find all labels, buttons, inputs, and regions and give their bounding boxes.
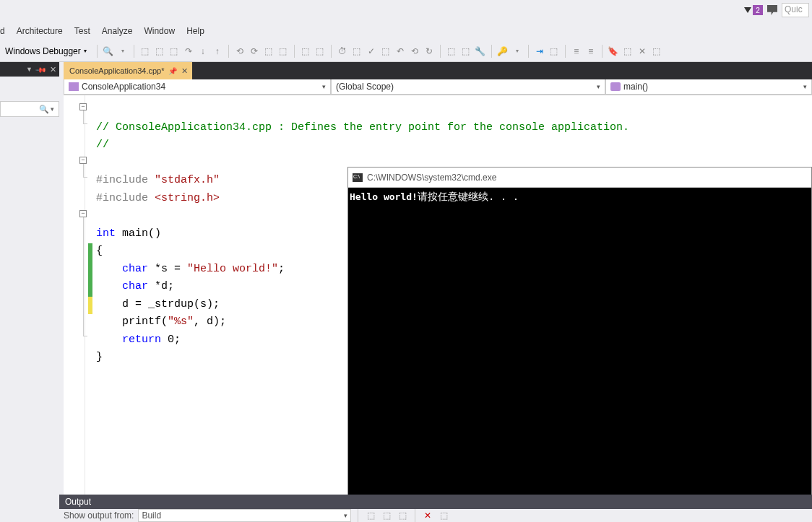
- main-menubar: d Architecture Test Analyze Window Help: [0, 23, 204, 39]
- wrench-icon[interactable]: 🔧: [475, 45, 486, 57]
- code-token: int: [96, 227, 116, 240]
- toolbar-icon[interactable]: ⬚: [168, 45, 180, 57]
- toolbar-icon[interactable]: ⟲: [234, 45, 246, 57]
- console-titlebar[interactable]: C:\WINDOWS\system32\cmd.exe: [348, 168, 811, 188]
- code-token: char: [122, 263, 148, 275]
- fold-toggle-icon[interactable]: −: [79, 103, 87, 110]
- chevron-down-icon: ▾: [344, 512, 347, 519]
- toolbar-icon[interactable]: ⬚: [460, 45, 472, 57]
- toolbar-separator: [440, 45, 441, 58]
- panel-menu-caret-icon[interactable]: ▼: [26, 66, 33, 73]
- console-title-text: C:\WINDOWS\system32\cmd.exe: [367, 173, 496, 183]
- toolbar-separator: [565, 45, 566, 58]
- code-token: #include: [96, 174, 155, 186]
- code-token: {: [96, 245, 103, 257]
- output-panel-toolbar: Show output from: Build ▾ ⬚ ⬚ ⬚ ✕ ⬚: [59, 509, 812, 522]
- clear-output-icon[interactable]: ✕: [422, 510, 433, 521]
- debug-target-dropdown[interactable]: Windows Debugger ▾: [0, 44, 92, 58]
- console-body[interactable]: Hello world!请按任意键继续. . .: [348, 188, 811, 206]
- menu-help[interactable]: Help: [186, 26, 204, 36]
- close-icon[interactable]: ✕: [181, 66, 188, 76]
- outdent-icon[interactable]: ≡: [585, 45, 597, 57]
- code-token: "%s": [168, 316, 194, 328]
- menu-architecture[interactable]: Architecture: [17, 26, 63, 36]
- toolbar-dropdown-caret-icon[interactable]: ▾: [117, 45, 129, 57]
- code-token: return: [122, 334, 161, 346]
- refresh-icon[interactable]: ↻: [423, 45, 435, 57]
- method-icon: [610, 82, 621, 91]
- project-dropdown[interactable]: ConsoleApplication34 ▾: [64, 79, 331, 95]
- side-search-box[interactable]: 🔍 ▾: [0, 101, 59, 117]
- quick-launch-input[interactable]: Quic: [782, 3, 809, 17]
- toolbar-icon[interactable]: ⬚: [314, 45, 326, 57]
- member-label: main(): [623, 82, 648, 92]
- editor-gutter: [64, 95, 85, 495]
- notifications-filter[interactable]: 2: [744, 5, 763, 15]
- toolbar-icon[interactable]: ⬚: [154, 45, 165, 57]
- toolbar-icon[interactable]: ⬚: [380, 45, 392, 57]
- toolbar-icon[interactable]: ⬚: [548, 45, 560, 57]
- toolbar-separator: [134, 45, 134, 58]
- code-token: #include: [96, 192, 155, 204]
- cmd-icon: [353, 173, 363, 182]
- menu-test[interactable]: Test: [74, 26, 90, 36]
- toolbar-icon[interactable]: ⬚: [446, 45, 457, 57]
- menu-window[interactable]: Window: [144, 26, 175, 36]
- step-over-icon[interactable]: ↷: [183, 45, 194, 57]
- toolbar-icon[interactable]: ⟳: [249, 45, 260, 57]
- toolbar-icon[interactable]: ✕: [636, 45, 648, 57]
- fold-toggle-icon[interactable]: −: [79, 157, 87, 164]
- code-token: 0;: [161, 334, 181, 346]
- toolbar-icon[interactable]: ⬚: [300, 45, 311, 57]
- menu-truncated[interactable]: d: [0, 26, 5, 36]
- file-tab-active[interactable]: ConsoleApplication34.cpp* 📌 ✕: [64, 62, 192, 79]
- bookmark-icon[interactable]: 🔖: [608, 45, 619, 57]
- code-token: ;: [278, 263, 285, 275]
- code-token: "stdafx.h": [155, 174, 220, 186]
- close-icon[interactable]: ✕: [50, 65, 56, 74]
- step-into-icon[interactable]: ↓: [197, 45, 209, 57]
- feedback-icon[interactable]: [767, 5, 777, 15]
- scope-dropdown[interactable]: (Global Scope) ▾: [331, 79, 605, 95]
- toolbar-icon[interactable]: ⇥: [534, 45, 545, 57]
- console-window[interactable]: C:\WINDOWS\system32\cmd.exe Hello world!…: [347, 167, 812, 499]
- member-dropdown[interactable]: main() ▾: [605, 79, 812, 95]
- search-dropdown-caret-icon: ▾: [51, 105, 54, 113]
- chevron-down-icon: ▾: [597, 83, 600, 90]
- menu-analyze[interactable]: Analyze: [102, 26, 133, 36]
- output-toolbar-icon[interactable]: ⬚: [381, 510, 392, 521]
- toolbar-icon[interactable]: ⬚: [263, 45, 275, 57]
- history-icon[interactable]: ⟲: [409, 45, 420, 57]
- show-output-from-label: Show output from:: [64, 510, 134, 521]
- key-icon[interactable]: 🔑: [497, 45, 509, 57]
- toolbar-icon[interactable]: ⬚: [622, 45, 634, 57]
- pin-icon[interactable]: 📌: [168, 67, 177, 75]
- code-token: printf(: [96, 316, 168, 328]
- show-output-from-dropdown[interactable]: Build ▾: [138, 509, 351, 522]
- check-icon[interactable]: ✓: [366, 45, 377, 57]
- change-marker-bar: [88, 101, 92, 500]
- chevron-down-icon: ▾: [322, 83, 326, 90]
- code-token: char: [122, 280, 148, 292]
- toolbar-separator: [528, 45, 529, 58]
- fold-toggle-icon[interactable]: −: [79, 210, 87, 217]
- undo-icon[interactable]: ↶: [394, 45, 406, 57]
- toolbar-icon[interactable]: ⬚: [277, 45, 289, 57]
- toggle-wrap-icon[interactable]: ⬚: [438, 510, 449, 521]
- output-toolbar-icon[interactable]: ⬚: [365, 510, 376, 521]
- output-toolbar-icon[interactable]: ⬚: [397, 510, 408, 521]
- timer-icon[interactable]: ⏱: [337, 45, 348, 57]
- toolbar-icon[interactable]: ⬚: [139, 45, 151, 57]
- dropdown-caret-icon: ▾: [84, 48, 87, 54]
- toolbar-dropdown-caret-icon[interactable]: ▾: [511, 45, 523, 57]
- toolbar-icon[interactable]: ⬚: [351, 45, 363, 57]
- toolbar-separator: [294, 45, 295, 58]
- indent-icon[interactable]: ≡: [571, 45, 582, 57]
- toolbar-icon[interactable]: ⬚: [651, 45, 662, 57]
- chevron-down-icon: ▾: [803, 83, 807, 90]
- code-line: //: [96, 139, 109, 151]
- pin-icon[interactable]: 📌: [35, 64, 47, 75]
- step-out-icon[interactable]: ↑: [212, 45, 223, 57]
- find-in-files-icon[interactable]: 🔍: [103, 45, 114, 57]
- output-panel-title[interactable]: Output: [59, 495, 812, 509]
